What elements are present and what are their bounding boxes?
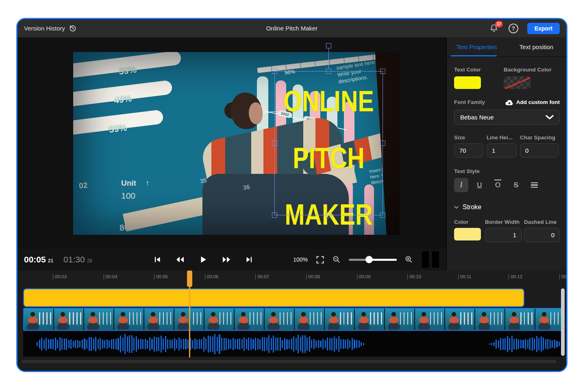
audio-waveform[interactable] xyxy=(23,331,563,357)
overline-button[interactable]: O xyxy=(491,178,505,192)
waveform-bar xyxy=(183,339,184,349)
waveform-bar xyxy=(91,337,92,351)
waveform-bar xyxy=(39,340,40,348)
rotation-handle[interactable] xyxy=(326,43,331,48)
strikethrough-button[interactable]: S xyxy=(509,178,523,192)
timeline-scrollbar[interactable] xyxy=(561,288,565,356)
waveform-bar xyxy=(61,338,63,349)
timeline-playhead[interactable] xyxy=(187,271,192,287)
video-thumbnail xyxy=(204,309,235,330)
waveform-bar xyxy=(73,341,74,347)
horizontal-scroll-track[interactable] xyxy=(22,360,557,363)
zoom-out-icon[interactable] xyxy=(333,256,341,264)
timeline-ruler[interactable]: 00:0300:0400:0500:0600:0700:0800:0900:10… xyxy=(17,271,566,286)
waveform-bar xyxy=(320,341,321,347)
waveform-bar xyxy=(84,338,85,350)
waveform-bar xyxy=(48,339,49,349)
waveform-bar xyxy=(68,340,70,348)
waveform-bar xyxy=(79,341,80,348)
export-button[interactable]: Export xyxy=(527,23,560,34)
panel-body: Text Color Background Color Font Family xyxy=(447,57,566,242)
font-family-dropdown[interactable]: Bebas Neue xyxy=(454,110,560,125)
stroke-color-label: Color xyxy=(454,219,483,225)
background-color-swatch[interactable] xyxy=(504,76,530,89)
video-clip-thumbnails[interactable] xyxy=(23,308,563,331)
pause-bars-icon[interactable] xyxy=(421,251,440,269)
waveform-bar xyxy=(361,342,362,346)
border-width-input[interactable] xyxy=(485,228,522,242)
line-height-input[interactable] xyxy=(487,143,517,158)
waveform-bar xyxy=(541,336,542,352)
waveform-bar xyxy=(331,338,333,351)
waveform-bar xyxy=(538,338,539,350)
align-button[interactable] xyxy=(527,178,541,192)
rewind-button[interactable] xyxy=(176,256,185,263)
waveform-bar xyxy=(127,336,128,352)
play-button[interactable] xyxy=(199,256,207,264)
waveform-bar xyxy=(167,339,168,349)
underline-button[interactable]: U xyxy=(472,178,487,192)
waveform-bar xyxy=(104,340,105,348)
skip-end-button[interactable] xyxy=(246,256,253,263)
waveform-bar xyxy=(252,339,254,349)
add-custom-font-button[interactable]: Add custom font xyxy=(505,99,560,106)
font-family-value: Bebas Neue xyxy=(460,114,494,121)
zoom-in-icon[interactable] xyxy=(405,256,413,264)
zoom-slider-thumb[interactable] xyxy=(365,256,373,263)
version-history-label: Version History xyxy=(24,25,65,32)
waveform-bar xyxy=(176,340,177,349)
resize-handle-top[interactable] xyxy=(326,69,331,74)
waveform-bar xyxy=(163,338,164,350)
waveform-bar xyxy=(70,339,72,349)
waveform-bar xyxy=(120,336,121,353)
zoom-slider[interactable] xyxy=(349,259,397,261)
waveform-bar xyxy=(275,338,276,351)
selection-box[interactable] xyxy=(274,71,383,215)
text-color-swatch[interactable] xyxy=(454,76,481,89)
resize-handle-bottom[interactable] xyxy=(326,212,331,218)
resize-handle-bottom-left[interactable] xyxy=(272,212,277,218)
video-thumbnail xyxy=(475,309,505,330)
waveform-bar xyxy=(194,338,196,350)
ruler-tick: 00:04 xyxy=(104,274,117,279)
char-spacing-input[interactable] xyxy=(520,143,559,158)
resize-handle-bottom-right[interactable] xyxy=(380,212,385,218)
ruler-tick: 00:07 xyxy=(255,274,269,279)
waveform-bar xyxy=(518,339,519,349)
waveform-bar xyxy=(43,340,45,349)
waveform-bar xyxy=(340,339,341,349)
stroke-section-toggle[interactable]: Stroke xyxy=(454,204,560,211)
total-time: 01:30 xyxy=(63,255,85,264)
waveform-bar xyxy=(199,339,200,349)
zoom-controls: 100% xyxy=(293,251,440,269)
dashed-line-input[interactable] xyxy=(524,228,560,242)
waveform-bar xyxy=(165,336,166,352)
app-window: Version History Online Pitch Maker 37 xyxy=(16,18,567,372)
help-button[interactable]: ? xyxy=(509,24,518,33)
text-clip[interactable] xyxy=(23,288,524,307)
tab-text-position[interactable]: Text position xyxy=(507,37,566,56)
resize-handle-left[interactable] xyxy=(272,141,277,146)
timecode: 00:05 21 01:30 28 xyxy=(24,255,126,264)
version-history-button[interactable]: Version History xyxy=(24,24,77,32)
fullscreen-button[interactable] xyxy=(316,256,324,264)
stroke-color-swatch[interactable] xyxy=(454,228,481,240)
notifications-button[interactable]: 37 xyxy=(489,23,500,34)
resize-handle-top-right[interactable] xyxy=(380,69,385,74)
cloud-upload-icon xyxy=(505,99,514,106)
waveform-bar xyxy=(289,340,290,349)
waveform-bar xyxy=(311,340,312,348)
resize-handle-top-left[interactable] xyxy=(272,69,277,74)
fast-forward-button[interactable] xyxy=(222,256,231,263)
waveform-bar xyxy=(338,336,339,351)
resize-handle-right[interactable] xyxy=(380,141,385,146)
skip-start-button[interactable] xyxy=(154,256,161,263)
italic-button[interactable]: I xyxy=(454,178,468,192)
video-thumbnail xyxy=(54,309,84,330)
tab-text-properties[interactable]: Text Properties xyxy=(447,37,507,56)
size-input[interactable] xyxy=(454,143,483,158)
video-thumbnail xyxy=(24,309,54,330)
waveform-bar xyxy=(509,338,510,350)
waveform-bar xyxy=(66,338,67,350)
video-thumbnail xyxy=(235,309,265,330)
